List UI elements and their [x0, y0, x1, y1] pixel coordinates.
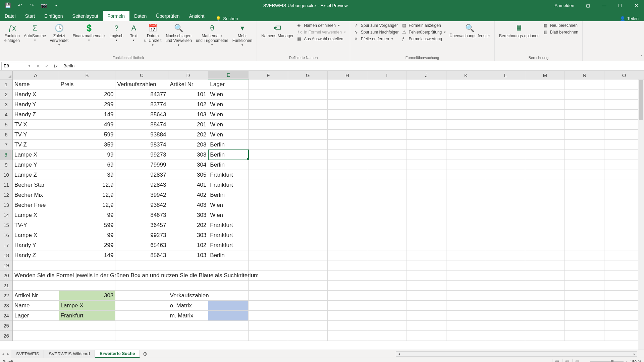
cell-H23[interactable]: [328, 301, 367, 311]
cell-F14[interactable]: [249, 210, 288, 220]
cell-I26[interactable]: [367, 331, 407, 341]
zoom-in-icon[interactable]: +: [626, 360, 628, 362]
cell-E25[interactable]: [208, 321, 249, 331]
cell-A26[interactable]: [13, 331, 59, 341]
cell-I3[interactable]: [367, 100, 407, 110]
cell-B12[interactable]: 12,9: [59, 190, 116, 200]
cell-I25[interactable]: [367, 321, 407, 331]
cell-F9[interactable]: [249, 160, 288, 170]
row-headers[interactable]: 1234567891011121314151617181920212223242…: [0, 79, 13, 341]
cell-C19[interactable]: [115, 260, 168, 270]
row-header-2[interactable]: 2: [0, 89, 12, 100]
cell-M21[interactable]: [525, 281, 565, 291]
cell-L21[interactable]: [486, 281, 526, 291]
cell-E16[interactable]: Frankfurt: [208, 230, 249, 240]
cell-N26[interactable]: [565, 331, 604, 341]
col-header-M[interactable]: M: [525, 71, 565, 79]
share-button[interactable]: 👤 Teilen: [614, 16, 644, 21]
cell-A7[interactable]: TV-Z: [13, 140, 59, 150]
cell-M14[interactable]: [525, 210, 565, 220]
cell-N3[interactable]: [565, 100, 604, 110]
save-icon[interactable]: 💾: [2, 0, 13, 11]
cell-C26[interactable]: [115, 331, 168, 341]
cell-M17[interactable]: [525, 240, 565, 250]
cell-A19[interactable]: [13, 260, 59, 270]
cell-I17[interactable]: [367, 240, 407, 250]
row-header-10[interactable]: 10: [0, 170, 12, 180]
cell-N10[interactable]: [565, 170, 604, 180]
cell-A9[interactable]: Lampe Y: [13, 160, 59, 170]
cell-J8[interactable]: [407, 150, 446, 160]
cell-B21[interactable]: [59, 281, 116, 291]
cell-K13[interactable]: [446, 200, 486, 210]
cell-E11[interactable]: Frankfurt: [208, 180, 249, 190]
cell-L15[interactable]: [486, 220, 526, 230]
cell-A14[interactable]: Lampe X: [13, 210, 59, 220]
cell-D21[interactable]: [168, 281, 208, 291]
cell-G2[interactable]: [288, 89, 328, 100]
cell-N20[interactable]: [565, 270, 604, 281]
cell-D12[interactable]: 402: [168, 190, 208, 200]
cell-E14[interactable]: Wien: [208, 210, 249, 220]
cell-E8[interactable]: Berlin: [208, 150, 249, 160]
page-break-view-icon[interactable]: ▤: [572, 359, 582, 362]
col-header-N[interactable]: N: [565, 71, 604, 79]
tab-überprüfen[interactable]: Überprüfen: [151, 11, 184, 21]
cell-C4[interactable]: 85643: [115, 110, 168, 120]
cell-J2[interactable]: [407, 89, 446, 100]
create-from-selection-button[interactable]: ▦Aus Auswahl erstellen: [296, 36, 347, 42]
cell-H1[interactable]: [328, 79, 367, 89]
minimize-icon[interactable]: —: [596, 0, 612, 11]
cell-M9[interactable]: [525, 160, 565, 170]
row-header-1[interactable]: 1: [0, 79, 12, 89]
cell-A1[interactable]: Name: [13, 79, 59, 89]
cell-L26[interactable]: [486, 331, 526, 341]
cell-J24[interactable]: [407, 311, 446, 321]
cell-J23[interactable]: [407, 301, 446, 311]
zoom-control[interactable]: − + 150 %: [586, 360, 641, 362]
cell-J26[interactable]: [407, 331, 446, 341]
cell-C18[interactable]: 85643: [115, 250, 168, 260]
scroll-thumb[interactable]: [639, 80, 643, 120]
cell-D8[interactable]: 303: [168, 150, 208, 160]
cell-I12[interactable]: [367, 190, 407, 200]
cell-G5[interactable]: [288, 120, 328, 130]
cell-E2[interactable]: Wien: [208, 89, 249, 100]
cell-I4[interactable]: [367, 110, 407, 120]
tab-datei[interactable]: Datei: [0, 11, 20, 21]
cell-H15[interactable]: [328, 220, 367, 230]
cell-K19[interactable]: [446, 260, 486, 270]
cell-N14[interactable]: [565, 210, 604, 220]
cell-C13[interactable]: 93842: [115, 200, 168, 210]
cell-D23[interactable]: o. Matrix: [168, 301, 208, 311]
cell-F19[interactable]: [249, 260, 288, 270]
cell-I19[interactable]: [367, 260, 407, 270]
cell-A22[interactable]: Artikel Nr: [13, 291, 59, 301]
trace-precedents-button[interactable]: ↗Spur zum Vorgänger: [353, 22, 400, 28]
cell-I20[interactable]: [367, 270, 407, 281]
cell-E10[interactable]: Frankfurt: [208, 170, 249, 180]
collapse-ribbon-icon[interactable]: ˄: [641, 55, 643, 60]
cell-G17[interactable]: [288, 240, 328, 250]
col-header-A[interactable]: A: [13, 71, 59, 79]
cell-H4[interactable]: [328, 110, 367, 120]
cell-H16[interactable]: [328, 230, 367, 240]
cell-J6[interactable]: [407, 130, 446, 140]
cell-H24[interactable]: [328, 311, 367, 321]
cell-L19[interactable]: [486, 260, 526, 270]
cell-M8[interactable]: [525, 150, 565, 160]
cell-F1[interactable]: [249, 79, 288, 89]
cell-B10[interactable]: 39: [59, 170, 116, 180]
cell-I18[interactable]: [367, 250, 407, 260]
cell-C11[interactable]: 92843: [115, 180, 168, 190]
cell-A17[interactable]: Handy Y: [13, 240, 59, 250]
cell-I22[interactable]: [367, 291, 407, 301]
cell-H7[interactable]: [328, 140, 367, 150]
col-header-H[interactable]: H: [328, 71, 367, 79]
cell-I24[interactable]: [367, 311, 407, 321]
cell-N8[interactable]: [565, 150, 604, 160]
cell-B24[interactable]: Frankfurt: [59, 311, 116, 321]
cell-A11[interactable]: Becher Star: [13, 180, 59, 190]
calculate-sheet-button[interactable]: ▥Blatt berechnen: [542, 29, 580, 35]
cell-A12[interactable]: Becher Mix: [13, 190, 59, 200]
